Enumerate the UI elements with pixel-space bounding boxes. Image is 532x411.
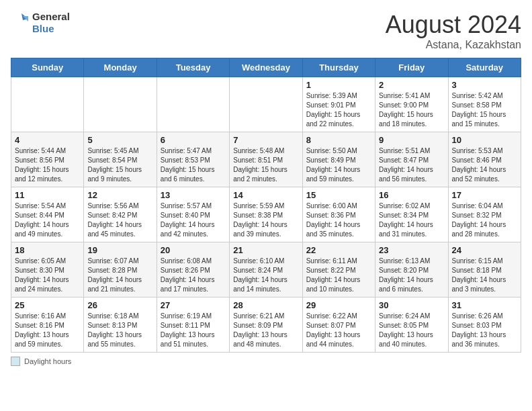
day-number: 13 xyxy=(161,190,226,200)
day-info: Sunrise: 5:57 AM Sunset: 8:40 PM Dayligh… xyxy=(161,201,226,239)
day-info: Sunrise: 5:54 AM Sunset: 8:44 PM Dayligh… xyxy=(15,201,80,239)
day-number: 12 xyxy=(87,190,152,200)
logo-bird-icon xyxy=(11,11,30,35)
day-number: 15 xyxy=(306,190,371,200)
day-number: 6 xyxy=(161,135,226,145)
location-subtitle: Astana, Kazakhstan xyxy=(386,39,521,51)
day-info: Sunrise: 6:22 AM Sunset: 8:07 PM Dayligh… xyxy=(306,312,371,349)
day-info: Sunrise: 5:42 AM Sunset: 8:58 PM Dayligh… xyxy=(452,91,517,129)
day-number: 5 xyxy=(87,135,152,145)
calendar-header-monday: Monday xyxy=(84,58,157,77)
day-number: 11 xyxy=(15,190,80,200)
day-info: Sunrise: 6:00 AM Sunset: 8:36 PM Dayligh… xyxy=(306,201,371,239)
day-info: Sunrise: 5:45 AM Sunset: 8:54 PM Dayligh… xyxy=(87,146,152,184)
calendar-cell: 23Sunrise: 6:13 AM Sunset: 8:20 PM Dayli… xyxy=(375,242,448,298)
calendar-cell: 5Sunrise: 5:45 AM Sunset: 8:54 PM Daylig… xyxy=(84,132,157,187)
logo: GeneralBlue xyxy=(11,11,70,35)
calendar-cell: 16Sunrise: 6:02 AM Sunset: 8:34 PM Dayli… xyxy=(375,187,448,242)
title-area: August 2024 Astana, Kazakhstan xyxy=(386,11,521,51)
day-info: Sunrise: 5:59 AM Sunset: 8:38 PM Dayligh… xyxy=(233,201,298,239)
calendar-cell: 28Sunrise: 6:21 AM Sunset: 8:09 PM Dayli… xyxy=(230,298,302,353)
day-info: Sunrise: 5:41 AM Sunset: 9:00 PM Dayligh… xyxy=(379,91,444,129)
calendar-cell: 24Sunrise: 6:15 AM Sunset: 8:18 PM Dayli… xyxy=(448,242,521,298)
day-number: 3 xyxy=(452,80,517,90)
day-info: Sunrise: 6:02 AM Sunset: 8:34 PM Dayligh… xyxy=(379,201,444,239)
calendar-cell: 14Sunrise: 5:59 AM Sunset: 8:38 PM Dayli… xyxy=(230,187,302,242)
calendar-week-row: 11Sunrise: 5:54 AM Sunset: 8:44 PM Dayli… xyxy=(11,187,521,242)
day-info: Sunrise: 6:07 AM Sunset: 8:28 PM Dayligh… xyxy=(87,257,152,294)
day-info: Sunrise: 5:53 AM Sunset: 8:46 PM Dayligh… xyxy=(452,146,517,184)
calendar-cell xyxy=(157,77,229,132)
day-info: Sunrise: 6:13 AM Sunset: 8:20 PM Dayligh… xyxy=(379,257,444,294)
day-number: 10 xyxy=(452,135,517,145)
calendar-cell: 12Sunrise: 5:56 AM Sunset: 8:42 PM Dayli… xyxy=(84,187,157,242)
day-info: Sunrise: 6:10 AM Sunset: 8:24 PM Dayligh… xyxy=(233,257,298,294)
calendar-cell: 30Sunrise: 6:24 AM Sunset: 8:05 PM Dayli… xyxy=(375,298,448,353)
day-number: 24 xyxy=(452,245,517,255)
calendar-cell xyxy=(84,77,157,132)
day-info: Sunrise: 6:11 AM Sunset: 8:22 PM Dayligh… xyxy=(306,257,371,294)
calendar-header-row: SundayMondayTuesdayWednesdayThursdayFrid… xyxy=(11,58,521,77)
day-number: 29 xyxy=(306,300,371,310)
day-info: Sunrise: 6:21 AM Sunset: 8:09 PM Dayligh… xyxy=(233,312,298,349)
calendar-header-sunday: Sunday xyxy=(11,58,84,77)
calendar-cell: 6Sunrise: 5:47 AM Sunset: 8:53 PM Daylig… xyxy=(157,132,229,187)
calendar-cell: 25Sunrise: 6:16 AM Sunset: 8:16 PM Dayli… xyxy=(11,298,84,353)
day-info: Sunrise: 6:04 AM Sunset: 8:32 PM Dayligh… xyxy=(452,201,517,239)
day-number: 31 xyxy=(452,300,517,310)
calendar-cell: 17Sunrise: 6:04 AM Sunset: 8:32 PM Dayli… xyxy=(448,187,521,242)
footer-note-box xyxy=(11,357,20,366)
day-number: 14 xyxy=(233,190,298,200)
day-info: Sunrise: 6:18 AM Sunset: 8:13 PM Dayligh… xyxy=(87,312,152,349)
day-number: 2 xyxy=(379,80,444,90)
day-number: 22 xyxy=(306,245,371,255)
header: GeneralBlue August 2024 Astana, Kazakhst… xyxy=(11,11,521,51)
calendar-cell: 22Sunrise: 6:11 AM Sunset: 8:22 PM Dayli… xyxy=(302,242,375,298)
calendar-week-row: 18Sunrise: 6:05 AM Sunset: 8:30 PM Dayli… xyxy=(11,242,521,298)
day-number: 28 xyxy=(233,300,298,310)
day-info: Sunrise: 5:50 AM Sunset: 8:49 PM Dayligh… xyxy=(306,146,371,184)
day-number: 4 xyxy=(15,135,80,145)
calendar-header-friday: Friday xyxy=(375,58,448,77)
calendar-header-wednesday: Wednesday xyxy=(230,58,302,77)
day-number: 26 xyxy=(87,300,152,310)
calendar-cell: 7Sunrise: 5:48 AM Sunset: 8:51 PM Daylig… xyxy=(230,132,302,187)
calendar-cell: 13Sunrise: 5:57 AM Sunset: 8:40 PM Dayli… xyxy=(157,187,229,242)
day-number: 1 xyxy=(306,80,371,90)
calendar-cell: 11Sunrise: 5:54 AM Sunset: 8:44 PM Dayli… xyxy=(11,187,84,242)
calendar-cell: 31Sunrise: 6:26 AM Sunset: 8:03 PM Dayli… xyxy=(448,298,521,353)
calendar-cell xyxy=(11,77,84,132)
day-number: 30 xyxy=(379,300,444,310)
day-info: Sunrise: 5:56 AM Sunset: 8:42 PM Dayligh… xyxy=(87,201,152,239)
day-info: Sunrise: 5:44 AM Sunset: 8:56 PM Dayligh… xyxy=(15,146,80,184)
calendar-week-row: 4Sunrise: 5:44 AM Sunset: 8:56 PM Daylig… xyxy=(11,132,521,187)
day-info: Sunrise: 5:47 AM Sunset: 8:53 PM Dayligh… xyxy=(161,146,226,184)
calendar-header-tuesday: Tuesday xyxy=(157,58,229,77)
footer-note: Daylight hours xyxy=(11,357,521,366)
calendar-cell: 2Sunrise: 5:41 AM Sunset: 9:00 PM Daylig… xyxy=(375,77,448,132)
calendar-cell: 1Sunrise: 5:39 AM Sunset: 9:01 PM Daylig… xyxy=(302,77,375,132)
calendar-cell: 10Sunrise: 5:53 AM Sunset: 8:46 PM Dayli… xyxy=(448,132,521,187)
month-year-title: August 2024 xyxy=(386,11,521,39)
day-number: 23 xyxy=(379,245,444,255)
calendar-cell: 9Sunrise: 5:51 AM Sunset: 8:47 PM Daylig… xyxy=(375,132,448,187)
logo-general-text: General xyxy=(32,11,70,23)
day-number: 27 xyxy=(161,300,226,310)
day-number: 17 xyxy=(452,190,517,200)
day-info: Sunrise: 6:16 AM Sunset: 8:16 PM Dayligh… xyxy=(15,312,80,349)
day-number: 21 xyxy=(233,245,298,255)
calendar-cell: 3Sunrise: 5:42 AM Sunset: 8:58 PM Daylig… xyxy=(448,77,521,132)
calendar-cell: 26Sunrise: 6:18 AM Sunset: 8:13 PM Dayli… xyxy=(84,298,157,353)
calendar-table: SundayMondayTuesdayWednesdayThursdayFrid… xyxy=(11,58,521,353)
day-number: 25 xyxy=(15,300,80,310)
calendar-cell: 20Sunrise: 6:08 AM Sunset: 8:26 PM Dayli… xyxy=(157,242,229,298)
calendar-cell: 8Sunrise: 5:50 AM Sunset: 8:49 PM Daylig… xyxy=(302,132,375,187)
day-number: 7 xyxy=(233,135,298,145)
day-number: 19 xyxy=(87,245,152,255)
calendar-cell: 15Sunrise: 6:00 AM Sunset: 8:36 PM Dayli… xyxy=(302,187,375,242)
day-number: 20 xyxy=(161,245,226,255)
calendar-header-thursday: Thursday xyxy=(302,58,375,77)
calendar-cell: 19Sunrise: 6:07 AM Sunset: 8:28 PM Dayli… xyxy=(84,242,157,298)
day-info: Sunrise: 5:39 AM Sunset: 9:01 PM Dayligh… xyxy=(306,91,371,129)
day-info: Sunrise: 5:51 AM Sunset: 8:47 PM Dayligh… xyxy=(379,146,444,184)
